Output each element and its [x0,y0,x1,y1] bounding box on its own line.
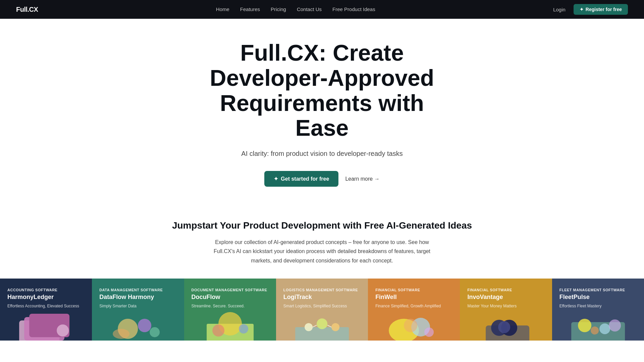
nav-links: Home Features Pricing Contact Us Free Pr… [216,6,375,12]
svg-point-29 [591,326,599,335]
card-category: Accounting Software [7,288,85,292]
card-category: Financial Software [375,288,452,292]
product-card[interactable]: Financial Software FinWell Finance Simpl… [368,279,460,341]
nav-pricing[interactable]: Pricing [271,6,286,12]
svg-point-27 [578,319,591,332]
hero-section: Full.CX: Create Developer-Approved Requi… [121,0,523,207]
card-category: Data Management Software [99,288,176,292]
svg-point-20 [404,319,417,332]
nav-home[interactable]: Home [216,6,229,12]
hero-heading: Full.CX: Create Developer-Approved Requi… [196,40,448,140]
card-subtitle: Smart Logistics, Simplified Success [283,303,361,309]
card-title: HarmonyLedger [7,294,85,301]
svg-point-15 [331,323,339,331]
card-visual [7,310,85,341]
product-card[interactable]: Logistics Management Software LogiTrack … [276,279,368,341]
card-visual [192,310,269,341]
card-title: InvoVantage [467,294,544,301]
card-visual [375,310,452,341]
card-subtitle: Finance Simplified, Growth Amplified [375,303,452,309]
product-card[interactable]: Data Management Software DataFlow Harmon… [92,279,184,341]
svg-point-25 [498,321,511,333]
card-visual [467,310,544,341]
nav-free-ideas[interactable]: Free Product Ideas [332,6,375,12]
logo[interactable]: Full.CX [16,6,38,13]
product-card[interactable]: Fleet Management Software FleetPulse Eff… [552,279,644,341]
hero-buttons: ✦ Get started for free Learn more → [137,171,507,187]
product-card[interactable]: Accounting Software HarmonyLedger Effort… [0,279,92,341]
svg-point-5 [138,319,151,332]
nav-features[interactable]: Features [240,6,260,12]
nav-contact[interactable]: Contact Us [297,6,322,12]
svg-point-7 [113,329,129,339]
card-category: Logistics Management Software [283,288,361,292]
svg-point-6 [150,327,160,337]
get-started-button[interactable]: ✦ Get started for free [264,171,338,187]
card-visual [283,310,361,341]
jumpstart-section: Jumpstart Your Product Development with … [154,207,490,265]
svg-line-16 [313,325,317,327]
sparkle-icon-cta: ✦ [274,176,278,182]
svg-line-17 [327,325,331,327]
svg-point-30 [609,319,621,331]
card-title: DocuFlow [192,294,269,301]
learn-more-link[interactable]: Learn more → [345,176,379,182]
svg-point-13 [305,323,313,331]
svg-point-10 [212,324,224,337]
card-category: Document Management Software [192,288,269,292]
card-subtitle: Effortless Fleet Mastery [559,303,637,309]
jumpstart-heading: Jumpstart Your Product Development with … [170,220,474,231]
svg-point-11 [239,324,248,334]
jumpstart-body: Explore our collection of AI-generated p… [205,238,439,265]
product-cards-row: Accounting Software HarmonyLedger Effort… [0,279,644,341]
card-visual [99,310,176,341]
svg-point-14 [317,318,327,329]
hero-subtitle: AI clarity: from product vision to devel… [137,150,507,158]
card-title: DataFlow Harmony [99,294,176,301]
card-subtitle: Master Your Money Matters [467,303,544,309]
register-button[interactable]: ✦ Register for free [574,4,628,15]
card-title: FinWell [375,294,452,301]
card-subtitle: Effortless Accounting, Elevated Success [7,303,85,309]
product-card[interactable]: Financial Software InvoVantage Master Yo… [460,279,552,341]
svg-point-28 [599,323,610,334]
product-card[interactable]: Document Management Software DocuFlow St… [184,279,276,341]
card-subtitle: Streamline. Secure. Succeed. [192,303,269,309]
svg-point-21 [424,327,434,337]
card-category: Fleet Management Software [559,288,637,292]
nav-right: Login ✦ Register for free [553,4,628,15]
card-title: LogiTrack [283,294,361,301]
card-title: FleetPulse [559,294,637,301]
navbar: Full.CX Home Features Pricing Contact Us… [0,0,644,19]
card-visual [559,310,637,341]
card-subtitle: Simply Smarter Data [99,303,176,309]
svg-point-3 [57,324,69,337]
card-category: Financial Software [467,288,544,292]
sparkle-icon: ✦ [580,7,584,12]
login-link[interactable]: Login [553,7,566,12]
